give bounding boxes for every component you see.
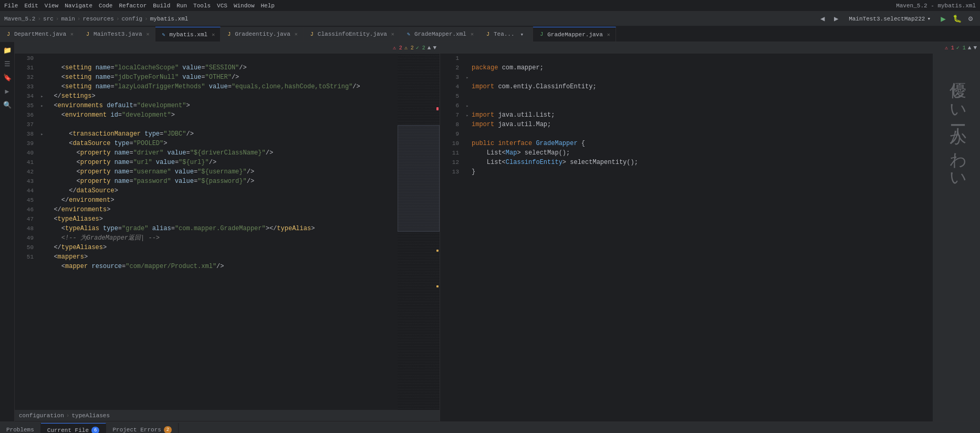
menu-navigate[interactable]: Navigate: [65, 3, 92, 9]
run-config[interactable]: MainTest3.selectMap222 ▾: [845, 14, 935, 24]
warning-stripe-2: [436, 285, 439, 287]
vertical-text-panel: 優しい人ーかわい: [933, 54, 980, 421]
tab-close-grademapper-java[interactable]: ✕: [607, 32, 610, 38]
tab-close-gradeentity[interactable]: ✕: [295, 31, 298, 37]
minimap-viewport: [398, 125, 440, 232]
tab-label-grademapper-java: GradeMapper.java: [547, 32, 603, 38]
run-config-label: MainTest3.selectMap222: [849, 16, 925, 22]
breadcrumb-config[interactable]: config: [122, 16, 143, 22]
xml-icon-2: ✎: [405, 31, 412, 37]
up-arrow-icon[interactable]: ▲: [428, 45, 431, 51]
right-code-content[interactable]: package com.mapper; import com.entiy.Cla…: [472, 54, 933, 421]
breadcrumb-typealiases[interactable]: typeAliases: [71, 413, 110, 419]
structure-icon[interactable]: ☰: [1, 58, 14, 70]
menu-view[interactable]: View: [45, 3, 58, 9]
error-stripe-1: [436, 107, 439, 110]
breadcrumb-main[interactable]: main: [61, 16, 75, 22]
tab-problems[interactable]: Problems: [0, 423, 41, 433]
menu-window[interactable]: Window: [234, 3, 255, 9]
editor-mybatis: ⚠ 2 ⚠ 2 ✓ 2 ▲ ▼ 3031323334 3536373839 40…: [15, 42, 440, 421]
left-warning-count: ⚠ 2: [404, 45, 414, 51]
breadcrumb-maven[interactable]: Maven_5.2: [4, 16, 35, 22]
window-title: Maven_5.2 - mybatis.xml: [896, 3, 976, 9]
java-icon-3: J: [226, 31, 232, 37]
left-code-content[interactable]: <setting name="localCacheScope" value="S…: [46, 54, 398, 410]
tab-more-button[interactable]: ▾: [517, 27, 527, 42]
left-code-area[interactable]: 3031323334 3536373839 4041424344 4546474…: [15, 54, 440, 410]
java-icon-6: J: [538, 32, 545, 38]
tab-project-errors[interactable]: Project Errors 2: [106, 423, 179, 433]
editor-grademapper: ⚠ 1 ✓ 1 ▲ ▼ 12345 678910 111213 ▸: [440, 42, 980, 421]
right-editor-top-bar: ⚠ 1 ✓ 1 ▲ ▼: [440, 42, 980, 54]
tab-classinfoentity[interactable]: J ClassinfoEntity.java ✕: [304, 27, 400, 42]
breadcrumb-src[interactable]: src: [43, 16, 54, 22]
tab-label-grademapper-xml: GradeMapper.xml: [414, 31, 466, 37]
nav-actions: ◀ ▶ MainTest3.selectMap222 ▾ ▶ 🐛 ⚙: [817, 14, 976, 24]
menu-refactor[interactable]: Refactor: [119, 3, 147, 9]
left-line-numbers: 3031323334 3536373839 4041424344 4546474…: [15, 54, 38, 410]
tab-department[interactable]: J DepartMent.java ✕: [0, 27, 79, 42]
right-error-count: ⚠ 1: [945, 45, 954, 51]
right-up-arrow[interactable]: ▲: [968, 45, 972, 51]
back-button[interactable]: ◀: [817, 14, 828, 24]
current-file-badge: 6: [91, 427, 99, 434]
tab-grademapper-java[interactable]: J GradeMapper.java ✕: [533, 27, 616, 42]
tab-maintest3[interactable]: J MainTest3.java ✕: [79, 27, 155, 42]
tab-close-grademapper-xml[interactable]: ✕: [471, 31, 474, 37]
down-arrow-icon[interactable]: ▼: [433, 45, 436, 51]
tab-tea[interactable]: J Tea... ▾: [479, 27, 533, 42]
debug-button[interactable]: 🐛: [952, 14, 962, 24]
settings-button[interactable]: ⚙: [965, 14, 976, 24]
menu-file[interactable]: File: [4, 3, 18, 9]
left-gutter: ▸ ▸ ▸: [38, 54, 46, 410]
java-icon-4: J: [309, 31, 315, 37]
title-bar: File Edit View Navigate Code Refactor Bu…: [0, 0, 980, 12]
menu-code[interactable]: Code: [99, 3, 112, 9]
left-error-count: ⚠ 2: [393, 45, 402, 51]
menu-bar[interactable]: File Edit View Navigate Code Refactor Bu…: [4, 3, 275, 9]
tab-label-gradeentity: Gradeentity.java: [235, 31, 290, 37]
menu-help[interactable]: Help: [261, 3, 275, 9]
debug-icon[interactable]: 🔍: [1, 99, 14, 111]
left-minimap[interactable]: [398, 54, 440, 410]
menu-vcs[interactable]: VCS: [217, 3, 227, 9]
tab-close-classinfoentity[interactable]: ✕: [391, 31, 394, 37]
right-gutter: ▸ ▸ ▸: [463, 54, 472, 421]
breadcrumb-resources[interactable]: resources: [82, 16, 113, 22]
tab-mybatis[interactable]: ✎ mybatis.xml ✕: [155, 27, 221, 42]
run-icon[interactable]: ▶: [1, 85, 14, 98]
java-icon-5: J: [485, 31, 491, 37]
project-icon[interactable]: 📁: [1, 44, 14, 57]
tab-grademapper-xml[interactable]: ✎ GradeMapper.xml ✕: [400, 27, 479, 42]
right-line-numbers: 12345 678910 111213: [440, 54, 463, 421]
run-button[interactable]: ▶: [938, 14, 948, 24]
minimap-content: [398, 54, 440, 410]
java-icon-2: J: [85, 31, 91, 37]
bookmark-icon[interactable]: 🔖: [1, 71, 14, 84]
tab-close-mybatis[interactable]: ✕: [212, 32, 215, 38]
breadcrumb-file[interactable]: mybatis.xml: [150, 16, 189, 22]
tab-current-file[interactable]: Current File 6: [41, 423, 107, 433]
tab-close-department[interactable]: ✕: [70, 31, 74, 37]
right-ok-count: ✓ 1: [956, 45, 966, 51]
right-code-area[interactable]: 12345 678910 111213 ▸ ▸ ▸ package com.ma…: [440, 54, 980, 421]
menu-edit[interactable]: Edit: [24, 3, 38, 9]
breadcrumb: Maven_5.2 › src › main › resources › con…: [4, 16, 188, 22]
forward-button[interactable]: ▶: [831, 14, 841, 24]
menu-tools[interactable]: Tools: [193, 3, 211, 9]
tab-close-maintest3[interactable]: ✕: [146, 31, 149, 37]
left-tool-panel: 📁 ☰ 🔖 ▶ 🔍: [0, 42, 15, 421]
tab-problems-label: Problems: [6, 427, 34, 433]
left-breadcrumb: configuration › typeAliases: [15, 410, 440, 421]
menu-build[interactable]: Build: [153, 3, 170, 9]
project-errors-badge: 2: [164, 426, 172, 433]
tab-gradeentity[interactable]: J Gradeentity.java ✕: [221, 27, 304, 42]
tab-label-classinfoentity: ClassinfoEntity.java: [318, 31, 387, 37]
left-ok-count: ✓ 2: [416, 45, 425, 51]
menu-run[interactable]: Run: [176, 3, 187, 9]
tab-label-maintest3: MainTest3.java: [93, 31, 142, 37]
tab-label-tea: Tea...: [494, 31, 515, 37]
breadcrumb-configuration[interactable]: configuration: [19, 413, 64, 419]
right-down-arrow[interactable]: ▼: [973, 45, 977, 51]
editor-split: ⚠ 2 ⚠ 2 ✓ 2 ▲ ▼ 3031323334 3536373839 40…: [15, 42, 980, 421]
